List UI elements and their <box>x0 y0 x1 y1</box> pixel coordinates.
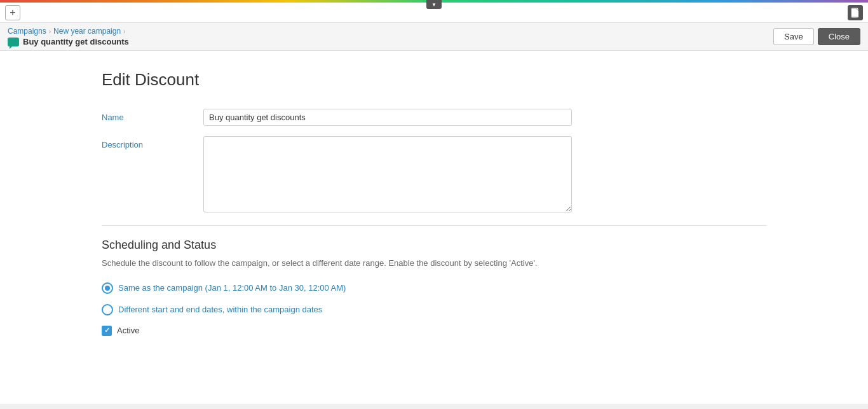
radio-same-label: Same as the campaign (Jan 1, 12:00 AM to… <box>118 283 346 293</box>
scheduling-heading: Scheduling and Status <box>102 239 766 252</box>
breadcrumb-campaigns-link[interactable]: Campaigns <box>8 27 46 36</box>
page-title: Edit Discount <box>102 70 766 90</box>
scheduling-section: Scheduling and Status Schedule the disco… <box>102 239 766 336</box>
rainbow-bar <box>0 0 868 3</box>
description-textarea[interactable] <box>203 136 572 212</box>
section-divider <box>102 225 766 226</box>
form-section-name: Name Description <box>102 109 766 212</box>
active-label: Active <box>117 326 139 335</box>
breadcrumb-actions: Save Close <box>773 28 860 45</box>
name-input[interactable] <box>203 109 572 126</box>
description-row: Description <box>102 136 766 212</box>
save-button[interactable]: Save <box>773 28 814 45</box>
name-label: Name <box>102 109 203 122</box>
breadcrumb-sep1: › <box>49 28 51 35</box>
breadcrumb-current-label: Buy quantity get discounts <box>23 37 129 46</box>
breadcrumb-campaign-link[interactable]: New year campaign <box>53 27 121 36</box>
breadcrumb-current: Buy quantity get discounts <box>8 37 129 46</box>
scheduling-description: Schedule the discount to follow the camp… <box>102 257 766 270</box>
radio-different-label: Different start and end dates, within th… <box>118 305 322 314</box>
add-button[interactable]: + <box>5 5 20 20</box>
breadcrumb-bar: Campaigns › New year campaign › Buy quan… <box>0 23 868 51</box>
radio-same-option[interactable]: Same as the campaign (Jan 1, 12:00 AM to… <box>102 282 766 294</box>
rainbow-dropdown[interactable] <box>426 0 442 9</box>
breadcrumb-nav: Campaigns › New year campaign › <box>8 27 129 36</box>
breadcrumb-left: Campaigns › New year campaign › Buy quan… <box>8 27 129 46</box>
breadcrumb-sep2: › <box>123 28 125 35</box>
active-checkbox[interactable] <box>102 326 112 336</box>
name-row: Name <box>102 109 766 126</box>
radio-same-input[interactable] <box>102 282 113 294</box>
file-icon[interactable] <box>848 5 863 20</box>
main-content: Edit Discount Name Description Schedulin… <box>0 51 868 404</box>
chat-icon <box>8 38 19 46</box>
description-label: Description <box>102 136 203 149</box>
radio-different-input[interactable] <box>102 304 113 315</box>
close-button[interactable]: Close <box>818 28 860 45</box>
radio-different-option[interactable]: Different start and end dates, within th… <box>102 304 766 315</box>
active-checkbox-row[interactable]: Active <box>102 326 766 336</box>
toolbar-left: + <box>5 5 20 20</box>
